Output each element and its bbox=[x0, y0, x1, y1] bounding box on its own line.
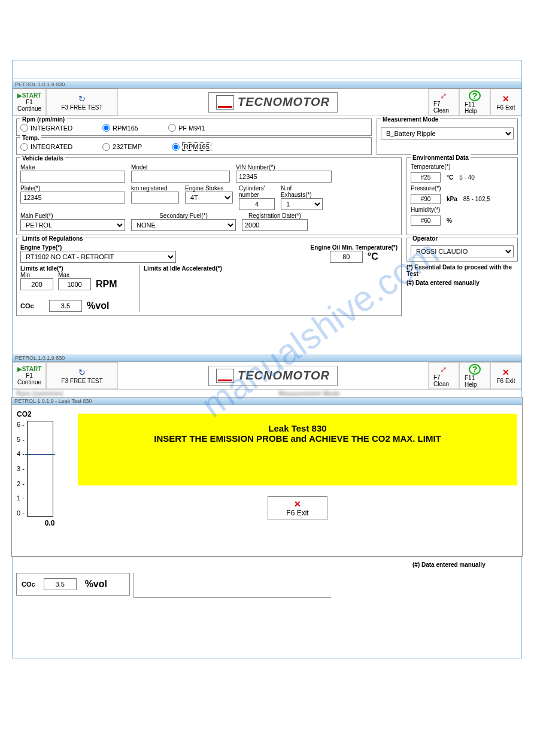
rpm-pfm941-input[interactable] bbox=[168, 124, 176, 132]
f6-label-2: F6 Exit bbox=[496, 378, 515, 384]
continue-label-2: Continue bbox=[17, 379, 41, 385]
app-window-2: PETROL 1.0.1.9 830 ▶START F1 Continue ↻ … bbox=[13, 354, 521, 598]
help-icon-2: ? bbox=[469, 364, 481, 375]
km-input[interactable] bbox=[131, 192, 179, 204]
logo-2: TECNOMOTOR bbox=[208, 366, 338, 386]
temp-232-radio[interactable]: 232TEMP bbox=[102, 143, 142, 151]
vehicle-legend: Vehicle details bbox=[20, 155, 65, 162]
page-frame: manualshive.com PETROL 1.0.1.9 830 ▶STAR… bbox=[12, 60, 522, 658]
leak-title: Leak Test 830 bbox=[92, 423, 503, 433]
oiltemp-input[interactable] bbox=[330, 251, 363, 263]
env-hum-label: Humidity(*) bbox=[411, 207, 514, 213]
stokes-label: Engine Stokes bbox=[185, 185, 233, 192]
logo-area: TECNOMOTOR bbox=[118, 89, 428, 116]
env-temp-value: #25 bbox=[411, 172, 441, 183]
env-hum-value: #60 bbox=[411, 215, 441, 226]
help-button-2[interactable]: ? F11 Help bbox=[459, 362, 490, 389]
co2-threshold-line bbox=[25, 454, 55, 455]
start-continue-button-2[interactable]: ▶START F1 Continue bbox=[13, 362, 46, 389]
coc-label: COc bbox=[20, 302, 44, 309]
toolbar-1: ▶START F1 Continue ↻ F3 FREE TEST TECNOM… bbox=[13, 89, 521, 116]
help-button[interactable]: ? F11 Help bbox=[459, 89, 490, 116]
f3-label-2: F3 FREE TEST bbox=[61, 378, 102, 384]
sfuel-select[interactable]: NONE bbox=[131, 219, 236, 231]
loop-icon: ↻ bbox=[78, 93, 86, 104]
env-legend: Environmental Data bbox=[411, 154, 471, 161]
measurement-mode-select[interactable]: B_Battery Ripple bbox=[381, 127, 514, 139]
stokes-select[interactable]: 4T bbox=[185, 192, 233, 204]
regdate-input[interactable] bbox=[242, 219, 308, 231]
exit-button[interactable]: ✕ F6 Exit bbox=[490, 89, 521, 116]
rpm-rpm165-radio[interactable]: RPM165 bbox=[102, 124, 138, 132]
temp-integrated-radio[interactable]: INTEGRATED bbox=[20, 143, 72, 151]
f1-label: F1 bbox=[26, 99, 33, 105]
loop-icon-2: ↻ bbox=[78, 367, 86, 378]
clean-icon-2: ⤢ bbox=[440, 364, 447, 374]
vin-input[interactable] bbox=[236, 171, 332, 183]
f6-label: F6 Exit bbox=[496, 104, 515, 111]
engtype-select[interactable]: RT1902 NO CAT - RETROFIT bbox=[20, 251, 176, 263]
limits-fieldset: Limits of Regulations Engine Type(*)RT19… bbox=[16, 238, 402, 316]
f7-label-2: F7 Clean bbox=[433, 374, 454, 387]
rpm-integrated-radio[interactable]: INTEGRATED bbox=[20, 124, 72, 132]
rpm-fieldset: Rpm (rpm/min) INTEGRATED RPM165 PF M941 bbox=[16, 119, 372, 136]
co2-chart-ticks: 6 - 5 - 4 - 3 - 2 - 1 - 0 - bbox=[17, 421, 27, 517]
env-temp-unit: °C bbox=[447, 174, 453, 181]
start-continue-button[interactable]: ▶START F1 Continue bbox=[13, 89, 46, 116]
mm-legend: Measurement Mode bbox=[381, 116, 440, 123]
temp-232-input[interactable] bbox=[102, 143, 110, 151]
clean-icon: ⤢ bbox=[440, 90, 447, 101]
leak-exit-label: F6 Exit bbox=[286, 509, 308, 517]
note-essential: (*) Essential Data to proceed with the T… bbox=[406, 264, 518, 277]
env-press-label: Pressure(*) bbox=[411, 185, 514, 192]
exit-button-2[interactable]: ✕ F6 Exit bbox=[490, 362, 521, 389]
model-input[interactable] bbox=[131, 171, 230, 183]
f11-label: F11 Help bbox=[465, 101, 485, 114]
exh-label: N.of Exhausts(*) bbox=[281, 185, 323, 198]
leak-message-box: Leak Test 830 INSERT THE EMISSION PROBE … bbox=[78, 414, 517, 485]
exh-select[interactable]: 1 bbox=[281, 198, 323, 210]
rpm-integrated-input[interactable] bbox=[20, 124, 28, 132]
rpm-rpm165-input[interactable] bbox=[102, 124, 110, 132]
toolbar-2: ▶START F1 Continue ↻ F3 FREE TEST TECNOM… bbox=[13, 362, 521, 390]
temp-rpm165-input[interactable] bbox=[172, 143, 180, 151]
oiltemp-unit: °C bbox=[368, 251, 378, 262]
regdate-label: Registration Date(*) bbox=[242, 212, 308, 219]
logo-emblem bbox=[216, 95, 234, 110]
leak-exit-button[interactable]: ✕ F6 Exit bbox=[268, 496, 327, 520]
help-icon: ? bbox=[469, 90, 481, 101]
make-input[interactable] bbox=[20, 171, 125, 183]
temp-integrated-input[interactable] bbox=[20, 143, 28, 151]
rpm-pfm941-radio[interactable]: PF M941 bbox=[168, 124, 205, 132]
logo-text-2: TECNOMOTOR bbox=[238, 369, 330, 382]
free-test-button-2[interactable]: ↻ F3 FREE TEST bbox=[46, 362, 118, 389]
f3-label: F3 FREE TEST bbox=[61, 104, 102, 111]
free-test-button[interactable]: ↻ F3 FREE TEST bbox=[46, 89, 118, 116]
coc-input[interactable] bbox=[49, 300, 82, 312]
max-input[interactable] bbox=[58, 278, 91, 290]
env-hum-unit: % bbox=[447, 217, 452, 224]
titlebar-3: PETROL 1.0.1.9 - Leak Test 830 bbox=[12, 397, 522, 405]
mfuel-select[interactable]: PETROL bbox=[20, 219, 125, 231]
mfuel-label: Main Fuel(*) bbox=[20, 212, 125, 219]
plate-input[interactable] bbox=[20, 192, 125, 204]
titlebar-1: PETROL 1.0.1.9 830 bbox=[13, 81, 521, 89]
cyl-input[interactable] bbox=[239, 198, 275, 210]
logo-emblem-2 bbox=[216, 369, 234, 383]
rpm-legend: Rpm (rpm/min) bbox=[20, 116, 66, 123]
coc-label-2: COc bbox=[22, 581, 35, 588]
clean-button[interactable]: ⤢ F7 Clean bbox=[428, 89, 459, 116]
operator-select[interactable]: ROSSI CLAUDIO bbox=[411, 245, 514, 257]
clean-button-2[interactable]: ⤢ F7 Clean bbox=[428, 362, 459, 389]
vin-label: VIN Number(*) bbox=[236, 164, 332, 171]
min-input[interactable] bbox=[20, 278, 53, 290]
coc-row-2: COc %vol bbox=[16, 573, 130, 596]
oiltemp-label: Engine Oil Min. Temperature(*) bbox=[311, 244, 398, 251]
make-label: Make bbox=[20, 164, 125, 171]
continue-label: Continue bbox=[17, 105, 41, 112]
coc-input-2[interactable] bbox=[44, 578, 77, 590]
temp-rpm165-radio[interactable]: RPM165 bbox=[172, 142, 211, 151]
max-label: Max bbox=[58, 272, 91, 278]
env-press-unit: kPa bbox=[447, 196, 457, 202]
co2-chart-value: 0.0 bbox=[29, 519, 71, 527]
